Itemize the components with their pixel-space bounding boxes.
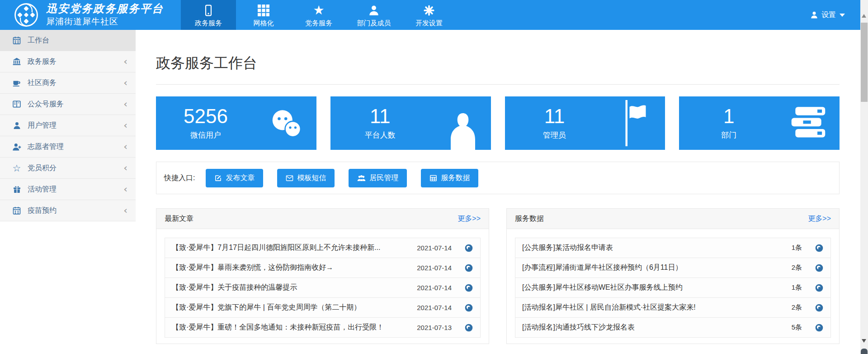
coffee-icon bbox=[12, 78, 22, 88]
articles-more-link[interactable]: 更多>> bbox=[458, 214, 481, 224]
grid-icon bbox=[258, 4, 269, 17]
calendar-icon bbox=[12, 35, 22, 45]
nav-tab-grid[interactable]: 网格化 bbox=[236, 0, 291, 30]
nav-tab-departments[interactable]: 部门及成员 bbox=[346, 0, 401, 30]
service-data-button[interactable]: 服务数据 bbox=[421, 169, 478, 187]
view-eye-icon[interactable] bbox=[815, 244, 824, 253]
services-more-link[interactable]: 更多>> bbox=[808, 214, 831, 224]
chevron-left-icon: ‹ bbox=[123, 57, 127, 66]
flag-icon bbox=[618, 96, 653, 150]
calendar-icon bbox=[12, 206, 22, 215]
users-icon bbox=[357, 174, 366, 182]
article-row[interactable]: 【致·爱犀牛】重磅！全国多地通知：未接种新冠疫苗，出行受限！ 2021-07-1… bbox=[165, 318, 480, 338]
bank-icon bbox=[12, 57, 22, 67]
view-eye-icon[interactable] bbox=[815, 303, 824, 312]
stat-value: 11 bbox=[544, 106, 565, 127]
quick-entry-label: 快捷入口: bbox=[164, 173, 195, 183]
nav-tab-party-service[interactable]: ★ 党务服务 bbox=[291, 0, 346, 30]
article-row[interactable]: 【致·爱犀牛】7月17日起四川德阳旌阳区原则上不允许未接种新... 2021-0… bbox=[165, 238, 480, 258]
user-icon bbox=[368, 4, 380, 17]
brand-text: 迅安党务政务服务平台 犀浦街道犀牛社区 bbox=[46, 2, 164, 28]
title-divider bbox=[156, 84, 840, 85]
chevron-left-icon: ‹ bbox=[123, 78, 127, 87]
sidebar-item-workbench[interactable]: 工作台 bbox=[0, 30, 136, 51]
publish-article-button[interactable]: 发布文章 bbox=[206, 169, 263, 187]
star-icon: ★ bbox=[313, 4, 324, 17]
view-eye-icon[interactable] bbox=[464, 323, 473, 332]
nav-tab-dev-settings[interactable]: 开发设置 bbox=[401, 0, 457, 30]
service-row[interactable]: [公共服务]某活动报名申请表 1条 bbox=[515, 238, 830, 258]
article-row[interactable]: 【致·爱犀牛】暴雨来袭别慌，这份防御指南收好→ 2021-07-14 bbox=[165, 258, 480, 278]
view-eye-icon[interactable] bbox=[464, 263, 473, 273]
top-navigation: 政务服务 网格化 ★ 党务服务 部门及成员 bbox=[181, 0, 457, 30]
service-row[interactable]: [公共服务]犀牛社区移动WE社区办事服务线上预约 1条 bbox=[515, 278, 830, 298]
view-eye-icon[interactable] bbox=[815, 283, 824, 292]
article-row[interactable]: 【致·爱犀牛】党旗下的犀牛 | 百年党史周周学（第二十期） 2021-07-14 bbox=[165, 298, 480, 318]
nav-tab-gov-service[interactable]: 政务服务 bbox=[181, 0, 236, 30]
gift-icon bbox=[12, 184, 22, 194]
person-icon bbox=[447, 96, 479, 150]
services-panel-title: 服务数据 bbox=[515, 214, 544, 224]
view-eye-icon[interactable] bbox=[815, 263, 824, 273]
articles-list: 【致·爱犀牛】7月17日起四川德阳旌阳区原则上不允许未接种新... 2021-0… bbox=[165, 238, 481, 338]
chevron-down-icon bbox=[840, 14, 845, 17]
table-icon bbox=[429, 174, 437, 182]
star-outline-icon: ☆ bbox=[12, 163, 22, 173]
stat-value: 1 bbox=[723, 106, 734, 127]
sidebar-item-community-commerce[interactable]: 社区商务 ‹ bbox=[0, 72, 136, 94]
main-content: 政务服务工作台 5256 微信用户 11 平台人数 bbox=[136, 30, 860, 354]
chevron-left-icon: ‹ bbox=[123, 163, 127, 172]
brand-block: 迅安党务政务服务平台 犀浦街道犀牛社区 bbox=[0, 0, 181, 30]
stat-card-departments[interactable]: 1 部门 bbox=[679, 96, 840, 150]
scroll-up-arrow-icon[interactable] bbox=[862, 14, 866, 18]
settings-dropdown[interactable]: 设置 bbox=[810, 0, 860, 30]
sidebar-item-volunteer-management[interactable]: 志愿者管理 ‹ bbox=[0, 136, 136, 158]
chevron-left-icon: ‹ bbox=[123, 121, 127, 130]
account-icon bbox=[810, 11, 818, 19]
scrollbar-thumb[interactable] bbox=[861, 23, 868, 102]
scroll-down-arrow-icon[interactable] bbox=[862, 339, 866, 343]
chevron-left-icon: ‹ bbox=[123, 185, 127, 194]
view-eye-icon[interactable] bbox=[464, 244, 473, 253]
stat-value: 11 bbox=[370, 106, 391, 127]
mail-icon bbox=[286, 174, 293, 182]
community-subtitle: 犀浦街道犀牛社区 bbox=[46, 16, 164, 28]
service-row[interactable]: [办事流程]犀浦街道犀牛社区接种预约（6月11日） 2条 bbox=[515, 258, 830, 278]
sidebar-item-gov-service[interactable]: 政务服务 ‹ bbox=[0, 51, 136, 72]
sidebar-item-user-management[interactable]: 用户管理 ‹ bbox=[0, 115, 136, 136]
settings-label: 设置 bbox=[821, 10, 836, 20]
stat-label: 部门 bbox=[721, 130, 736, 140]
top-header: 迅安党务政务服务平台 犀浦街道犀牛社区 政务服务 网格化 ★ 党务服务 bbox=[0, 0, 860, 30]
quick-entry-bar: 快捷入口: 发布文章 模板短信 居民管理 服务数据 bbox=[156, 162, 840, 194]
platform-logo-icon bbox=[14, 2, 39, 28]
page-title: 政务服务工作台 bbox=[156, 53, 840, 73]
stat-cards-row: 5256 微信用户 11 平台人数 bbox=[156, 96, 840, 150]
view-eye-icon[interactable] bbox=[464, 283, 473, 292]
stat-card-admins[interactable]: 11 管理员 bbox=[505, 96, 665, 150]
mobile-icon bbox=[203, 4, 214, 17]
stat-value: 5256 bbox=[184, 106, 228, 127]
view-eye-icon[interactable] bbox=[815, 323, 824, 332]
sidebar-item-activity-management[interactable]: 活动管理 ‹ bbox=[0, 179, 136, 200]
template-sms-button[interactable]: 模板短信 bbox=[277, 169, 335, 187]
sidebar: 工作台 政务服务 ‹ 社区商务 ‹ 公众号服务 bbox=[0, 30, 136, 354]
user-plus-icon bbox=[12, 142, 22, 152]
stat-card-wechat-users[interactable]: 5256 微信用户 bbox=[156, 96, 316, 150]
platform-title: 迅安党务政务服务平台 bbox=[46, 2, 164, 15]
service-row[interactable]: [活动报名]沟通技巧线下沙龙报名表 5条 bbox=[515, 318, 830, 338]
view-eye-icon[interactable] bbox=[464, 303, 473, 312]
resident-management-button[interactable]: 居民管理 bbox=[349, 169, 407, 187]
stat-card-platform-users[interactable]: 11 平台人数 bbox=[330, 96, 491, 150]
sidebar-item-vaccine-appointment[interactable]: 疫苗预约 ‹ bbox=[0, 200, 136, 221]
service-row[interactable]: [活动报名]犀牛社区 | 居民自治新模式·社区提案大家来! 2条 bbox=[515, 298, 830, 318]
wechat-icon bbox=[268, 96, 305, 150]
article-row[interactable]: 【致·爱犀牛】关于疫苗接种的温馨提示 2021-07-14 bbox=[165, 278, 480, 298]
servers-icon bbox=[789, 96, 828, 150]
sidebar-item-party-points[interactable]: ☆ 党员积分 ‹ bbox=[0, 158, 136, 179]
edit-icon bbox=[214, 174, 222, 182]
user-icon bbox=[12, 120, 22, 130]
sidebar-item-official-account[interactable]: 公众号服务 ‹ bbox=[0, 94, 136, 115]
vertical-scrollbar[interactable] bbox=[860, 0, 868, 354]
asterisk-icon bbox=[423, 4, 435, 17]
chevron-left-icon: ‹ bbox=[123, 142, 127, 151]
